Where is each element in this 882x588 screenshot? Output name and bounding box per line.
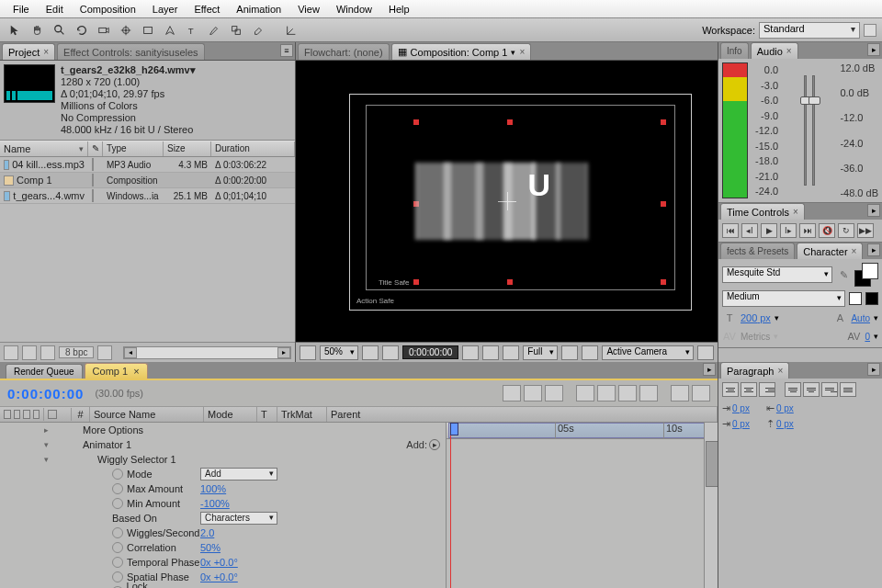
- prop-wiggles-sec[interactable]: Wiggles/Second2.0: [0, 526, 446, 540]
- stopwatch-icon[interactable]: [112, 571, 123, 582]
- pan-behind-tool[interactable]: [116, 21, 136, 40]
- layer-handle[interactable]: [413, 279, 419, 285]
- menu-file[interactable]: File: [6, 2, 37, 17]
- zoom-tool[interactable]: [50, 21, 70, 40]
- eyedropper-icon[interactable]: ✎: [836, 267, 851, 282]
- effects-presets-tab[interactable]: fects & Presets: [720, 243, 795, 259]
- local-axis-tool[interactable]: [281, 21, 301, 40]
- leading-value[interactable]: Auto: [851, 313, 870, 323]
- show-channel-button[interactable]: [482, 345, 499, 360]
- timeline-current-time[interactable]: 0:00:00:00: [7, 386, 84, 401]
- motion-blur-button[interactable]: [618, 385, 637, 401]
- col-label[interactable]: ✎: [88, 141, 103, 156]
- transparency-grid-button[interactable]: [582, 345, 598, 360]
- stroke-swatch[interactable]: [865, 292, 878, 305]
- bpc-button[interactable]: 8 bpc: [59, 346, 94, 358]
- current-time-display[interactable]: 0:00:00:00: [402, 345, 458, 359]
- snapshot-button[interactable]: [462, 345, 479, 360]
- mode-select[interactable]: Add: [200, 468, 277, 481]
- menu-window[interactable]: Window: [329, 2, 379, 17]
- align-center-button[interactable]: [741, 382, 757, 397]
- close-icon[interactable]: ×: [777, 366, 783, 376]
- close-icon[interactable]: ×: [519, 47, 525, 57]
- close-icon[interactable]: ×: [793, 207, 798, 217]
- clone-tool[interactable]: [226, 21, 246, 40]
- close-icon[interactable]: ×: [852, 246, 857, 256]
- font-size-value[interactable]: 200 px: [741, 312, 771, 323]
- brainstorm-button[interactable]: [639, 385, 658, 401]
- menu-help[interactable]: Help: [381, 2, 417, 17]
- play-button[interactable]: ▶: [761, 223, 777, 238]
- timeline-track-area[interactable]: 05s 10s 20s: [446, 423, 718, 588]
- safe-zones-button[interactable]: [362, 345, 379, 360]
- stopwatch-icon[interactable]: [112, 542, 123, 553]
- view-select[interactable]: Active Camera: [602, 345, 694, 360]
- label-column-icon[interactable]: [48, 410, 57, 419]
- menu-edit[interactable]: Edit: [39, 2, 71, 17]
- audio-tab[interactable]: Audio×: [751, 42, 798, 59]
- prop-more-options[interactable]: ▸More Options: [0, 423, 446, 437]
- hand-tool[interactable]: [28, 21, 48, 40]
- comp-flowchart-button[interactable]: [503, 385, 521, 401]
- prop-max-amount[interactable]: Max Amount100%: [0, 481, 446, 496]
- col-trkmat[interactable]: TrkMat: [277, 407, 327, 422]
- next-frame-button[interactable]: Ⅰ▸: [780, 223, 797, 238]
- col-type[interactable]: Type: [103, 141, 164, 156]
- panel-menu-icon[interactable]: ≡: [280, 44, 293, 57]
- flowchart-tab[interactable]: Flowchart: (none): [298, 43, 390, 60]
- color-mgmt-button[interactable]: [503, 345, 519, 360]
- min-amount-value[interactable]: -100%: [200, 498, 230, 509]
- text-tool[interactable]: T: [182, 21, 202, 40]
- align-right-button[interactable]: [759, 382, 775, 397]
- label-swatch[interactable]: [92, 158, 94, 171]
- temporal-phase-value[interactable]: 0x +0.0°: [200, 557, 238, 568]
- layer-handle[interactable]: [507, 119, 513, 125]
- label-swatch[interactable]: [92, 174, 94, 187]
- workspace-select[interactable]: Standard: [759, 22, 860, 39]
- menu-animation[interactable]: Animation: [229, 2, 288, 17]
- rotate-tool[interactable]: [72, 21, 92, 40]
- prop-based-on[interactable]: Based OnCharacters: [0, 511, 446, 526]
- indent-left-value[interactable]: 0 px: [732, 403, 750, 413]
- prop-correlation[interactable]: Correlation50%: [0, 540, 446, 555]
- based-on-select[interactable]: Characters: [200, 512, 277, 525]
- new-folder-button[interactable]: [22, 345, 37, 360]
- prop-temporal-phase[interactable]: Temporal Phase0x +0.0°: [0, 555, 446, 570]
- stopwatch-icon[interactable]: [112, 527, 123, 538]
- video-switch-icon[interactable]: [4, 410, 11, 419]
- prop-lock-dimensions[interactable]: Lock DimensionsOff: [0, 584, 446, 588]
- first-frame-button[interactable]: ⏮: [722, 223, 739, 238]
- menu-effect[interactable]: Effect: [187, 2, 227, 17]
- layer-handle[interactable]: [661, 279, 666, 285]
- prev-frame-button[interactable]: ◂Ⅰ: [741, 223, 758, 238]
- wiggles-sec-value[interactable]: 2.0: [200, 527, 214, 538]
- panel-menu-icon[interactable]: ▸: [867, 204, 880, 217]
- indent-right-value[interactable]: 0 px: [732, 419, 750, 429]
- camera-tool[interactable]: [94, 21, 114, 40]
- col-name[interactable]: Name▾: [0, 141, 88, 156]
- justify-right-button[interactable]: [821, 382, 838, 397]
- audio-switch-icon[interactable]: [14, 410, 21, 419]
- panel-menu-icon[interactable]: ▸: [867, 363, 880, 376]
- col-layer-number[interactable]: #: [72, 407, 90, 422]
- animator-add-button[interactable]: Add:▸: [406, 439, 440, 450]
- frame-blend-button[interactable]: [597, 385, 616, 401]
- stopwatch-icon[interactable]: [112, 483, 123, 494]
- ram-preview-button[interactable]: ▶▶: [857, 223, 874, 238]
- live-update-button[interactable]: [545, 385, 563, 401]
- lock-switch-icon[interactable]: [33, 410, 40, 419]
- info-tab[interactable]: Info: [720, 42, 749, 59]
- timeline-vscroll[interactable]: [704, 423, 718, 588]
- layer-handle[interactable]: [661, 119, 666, 125]
- prop-min-amount[interactable]: Min Amount-100%: [0, 496, 446, 511]
- layer-handle[interactable]: [507, 279, 513, 285]
- stopwatch-icon[interactable]: [112, 557, 123, 568]
- rect-tool[interactable]: [138, 21, 158, 40]
- roi-button[interactable]: [561, 345, 578, 360]
- auto-keyframe-button[interactable]: [671, 385, 689, 401]
- justify-center-button[interactable]: [803, 382, 820, 397]
- indent-first-value[interactable]: 0 px: [776, 403, 794, 413]
- justify-left-button[interactable]: [785, 382, 801, 397]
- close-icon[interactable]: ×: [43, 47, 49, 57]
- panel-menu-icon[interactable]: ▸: [867, 43, 880, 56]
